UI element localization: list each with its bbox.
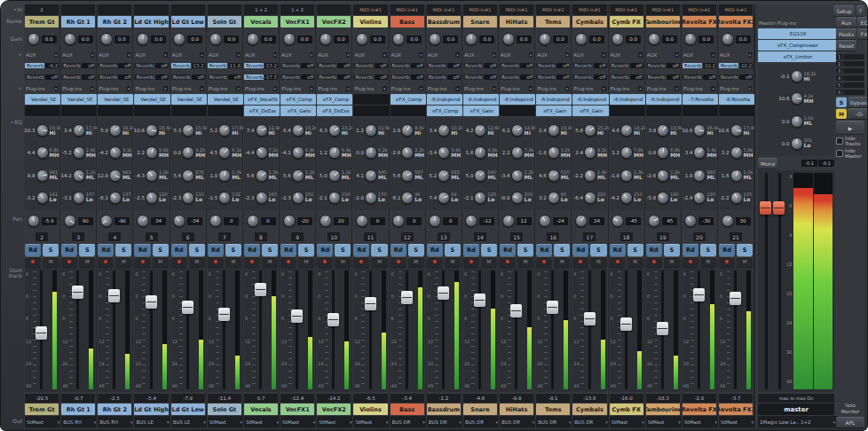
mute-button[interactable]: M bbox=[262, 256, 278, 267]
send-slot[interactable]: Reverb1 bbox=[317, 63, 336, 68]
output-routing[interactable]: StMast▾ bbox=[244, 416, 281, 427]
aux-bus-row[interactable]: 4 bbox=[836, 74, 864, 81]
send-slot[interactable]: Reverb2 bbox=[610, 74, 629, 80]
mute-button[interactable]: M bbox=[335, 256, 351, 267]
aux-bus-slot[interactable] bbox=[843, 75, 864, 81]
send-slot[interactable]: Reverb2 bbox=[208, 74, 227, 80]
eq-knob-hi[interactable] bbox=[438, 124, 450, 137]
eq-knob-hi[interactable] bbox=[548, 124, 560, 137]
fader-handle[interactable] bbox=[146, 295, 157, 309]
aux-menu-icon[interactable]: ▾ bbox=[273, 52, 278, 58]
send-value[interactable]: off bbox=[301, 74, 314, 80]
master-fx-button-aux[interactable]: Aux bbox=[836, 17, 856, 27]
input-assignment[interactable] bbox=[61, 4, 95, 15]
read-button[interactable]: Rd bbox=[536, 244, 552, 256]
send-value[interactable]: off bbox=[739, 74, 753, 80]
track-name-top[interactable]: Vocals bbox=[244, 16, 278, 27]
send-value[interactable]: -10.2 bbox=[703, 63, 716, 68]
plugins-menu-icon[interactable]: ▾ bbox=[54, 86, 59, 91]
send-slot[interactable]: Reverb2 bbox=[427, 74, 446, 80]
eq-knob-ml[interactable] bbox=[474, 169, 486, 182]
plugin-slot[interactable] bbox=[391, 106, 426, 116]
plugins-menu-icon[interactable]: ▾ bbox=[493, 86, 497, 91]
eq-knob-mh[interactable] bbox=[620, 146, 633, 159]
mute-button[interactable]: M bbox=[153, 256, 169, 267]
output-routing[interactable]: BUS DR▾ bbox=[572, 416, 610, 427]
plugins-menu-icon[interactable]: ▾ bbox=[711, 86, 715, 91]
record-button[interactable] bbox=[610, 256, 626, 267]
track-name-top[interactable]: Solo Gt bbox=[208, 16, 241, 27]
track-number[interactable]: 10 bbox=[327, 232, 340, 241]
read-button[interactable]: Rd bbox=[280, 244, 296, 256]
solo-button[interactable]: S bbox=[517, 244, 533, 256]
solo-button[interactable]: S bbox=[737, 244, 753, 256]
send-value[interactable]: off bbox=[520, 63, 533, 68]
track-name-bottom[interactable]: Violins bbox=[353, 404, 387, 415]
link-button[interactable]: -O- bbox=[848, 108, 868, 119]
eq-knob-mh[interactable] bbox=[109, 146, 122, 159]
eq-knob-mh[interactable] bbox=[791, 92, 803, 105]
record-button[interactable] bbox=[719, 256, 735, 267]
send-slot[interactable]: Reverb1 bbox=[25, 63, 44, 68]
solo-button[interactable]: S bbox=[664, 244, 680, 256]
mute-button[interactable]: M bbox=[481, 256, 497, 267]
gain-knob[interactable] bbox=[465, 33, 477, 45]
record-button[interactable] bbox=[134, 256, 150, 267]
master-plugin-slot[interactable]: eFX_Limiter bbox=[758, 51, 836, 62]
fader-handle[interactable] bbox=[291, 310, 303, 323]
eq-knob-hi[interactable] bbox=[365, 124, 377, 137]
aux-menu-icon[interactable]: ▾ bbox=[748, 52, 753, 58]
output-routing[interactable]: BUS LE▾ bbox=[171, 416, 209, 427]
eq-knob-mh[interactable] bbox=[474, 146, 486, 159]
aux-menu-icon[interactable]: ▾ bbox=[236, 52, 241, 58]
aux-bus-row[interactable]: 5 bbox=[836, 82, 864, 88]
eq-knob-hi[interactable] bbox=[791, 70, 803, 82]
send-value[interactable]: off bbox=[118, 74, 131, 80]
send-slot[interactable]: Reverb2 bbox=[463, 74, 483, 80]
plugins-menu-icon[interactable]: ▾ bbox=[419, 86, 423, 91]
read-button[interactable]: Rd bbox=[646, 244, 662, 256]
master-fader-handle-left[interactable] bbox=[760, 201, 771, 215]
plugins-menu-icon[interactable]: ▾ bbox=[602, 86, 606, 91]
send-slot[interactable]: Reverb1 bbox=[208, 63, 227, 68]
read-button[interactable]: Rd bbox=[683, 244, 698, 256]
read-button[interactable]: Rd bbox=[98, 244, 114, 256]
send-slot[interactable]: Reverb2 bbox=[280, 74, 300, 80]
mute-button[interactable]: M bbox=[445, 256, 461, 267]
gain-knob[interactable] bbox=[722, 33, 734, 45]
send-value[interactable]: off bbox=[375, 63, 388, 68]
record-button[interactable] bbox=[61, 256, 77, 267]
read-button[interactable]: Rd bbox=[500, 244, 516, 256]
track-name-bottom[interactable]: Cymb FX bbox=[610, 404, 643, 415]
record-button[interactable] bbox=[171, 256, 187, 267]
record-button[interactable] bbox=[463, 256, 479, 267]
eq-knob-ml[interactable] bbox=[328, 169, 341, 182]
eq-knob-lo[interactable] bbox=[584, 192, 596, 204]
plugins-menu-icon[interactable]: ▾ bbox=[346, 86, 351, 91]
track-number[interactable]: 18 bbox=[620, 232, 633, 241]
input-assignment[interactable]: 1 + 2 bbox=[280, 4, 314, 15]
plugin-slot[interactable]: eFX_VocalSt bbox=[244, 94, 280, 105]
record-button[interactable] bbox=[208, 256, 224, 267]
master-mute-button[interactable]: M bbox=[836, 108, 847, 119]
fader-track[interactable] bbox=[478, 270, 481, 389]
record-button[interactable] bbox=[683, 256, 698, 267]
mute-button[interactable]: M bbox=[627, 256, 643, 267]
track-name-bottom[interactable]: Tambourine bbox=[646, 404, 680, 415]
send-slot[interactable]: Reverb2 bbox=[98, 74, 117, 80]
hide-tracks-checkbox[interactable]: hide Tracks bbox=[836, 136, 864, 146]
aux-menu-icon[interactable]: ▾ bbox=[91, 52, 95, 58]
collapse-aux-icon[interactable]: ▸ bbox=[19, 52, 21, 57]
plugins-menu-icon[interactable]: ▾ bbox=[200, 86, 204, 91]
send-value[interactable]: off bbox=[556, 63, 570, 68]
track-name-bottom[interactable]: Rh Gt 2 bbox=[98, 404, 131, 415]
eq-knob-lo[interactable] bbox=[256, 192, 268, 204]
send-slot[interactable]: Reverb2 bbox=[500, 74, 519, 80]
help-button[interactable]: ? bbox=[856, 5, 864, 16]
track-name-top[interactable]: Toms bbox=[536, 16, 570, 27]
output-routing[interactable]: StMast▾ bbox=[280, 416, 318, 427]
eq-knob-mh[interactable] bbox=[730, 146, 743, 159]
track-number[interactable]: 2 bbox=[36, 232, 48, 241]
eq-knob-hi[interactable] bbox=[256, 124, 268, 137]
record-button[interactable] bbox=[536, 256, 552, 267]
